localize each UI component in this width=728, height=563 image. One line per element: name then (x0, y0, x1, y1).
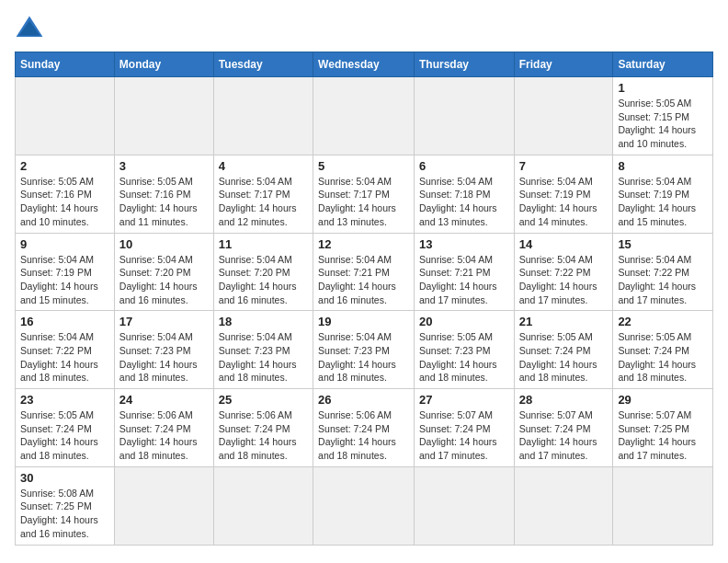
calendar-cell: 6Sunrise: 5:04 AMSunset: 7:18 PMDaylight… (414, 155, 514, 233)
calendar-cell: 5Sunrise: 5:04 AMSunset: 7:17 PMDaylight… (313, 155, 415, 233)
logo-icon (15, 15, 44, 40)
calendar-cell: 9Sunrise: 5:04 AMSunset: 7:19 PMDaylight… (16, 233, 115, 311)
calendar-cell: 7Sunrise: 5:04 AMSunset: 7:19 PMDaylight… (514, 155, 613, 233)
day-number: 19 (318, 315, 409, 328)
calendar-cell: 23Sunrise: 5:05 AMSunset: 7:24 PMDayligh… (16, 389, 115, 467)
calendar-cell: 16Sunrise: 5:04 AMSunset: 7:22 PMDayligh… (16, 311, 115, 389)
day-info: Sunrise: 5:08 AMSunset: 7:25 PMDaylight:… (20, 487, 109, 541)
day-number: 7 (519, 159, 609, 173)
day-info: Sunrise: 5:04 AMSunset: 7:22 PMDaylight:… (20, 330, 109, 385)
calendar-cell: 2Sunrise: 5:05 AMSunset: 7:16 PMDaylight… (16, 155, 115, 233)
calendar-week-row: 30Sunrise: 5:08 AMSunset: 7:25 PMDayligh… (16, 466, 713, 545)
calendar-cell: 27Sunrise: 5:07 AMSunset: 7:24 PMDayligh… (414, 389, 514, 467)
day-info: Sunrise: 5:04 AMSunset: 7:19 PMDaylight:… (618, 175, 708, 229)
day-info: Sunrise: 5:05 AMSunset: 7:24 PMDaylight:… (618, 330, 708, 385)
day-info: Sunrise: 5:05 AMSunset: 7:24 PMDaylight:… (20, 408, 109, 463)
day-number: 3 (119, 159, 209, 173)
page-header (15, 15, 713, 40)
calendar-cell: 18Sunrise: 5:04 AMSunset: 7:23 PMDayligh… (213, 311, 313, 389)
day-number: 24 (119, 393, 209, 407)
calendar-table: SundayMondayTuesdayWednesdayThursdayFrid… (15, 52, 713, 546)
weekday-header: Wednesday (313, 52, 415, 77)
calendar-cell (613, 466, 713, 545)
day-number: 1 (618, 81, 708, 95)
day-info: Sunrise: 5:07 AMSunset: 7:24 PMDaylight:… (519, 408, 609, 463)
day-info: Sunrise: 5:04 AMSunset: 7:17 PMDaylight:… (318, 175, 409, 229)
day-number: 18 (219, 315, 308, 328)
calendar-cell: 24Sunrise: 5:06 AMSunset: 7:24 PMDayligh… (114, 389, 213, 467)
day-info: Sunrise: 5:04 AMSunset: 7:20 PMDaylight:… (119, 253, 209, 307)
day-number: 29 (618, 393, 708, 407)
day-info: Sunrise: 5:05 AMSunset: 7:15 PMDaylight:… (618, 97, 708, 151)
day-info: Sunrise: 5:04 AMSunset: 7:23 PMDaylight:… (318, 330, 409, 385)
day-info: Sunrise: 5:04 AMSunset: 7:18 PMDaylight:… (419, 175, 509, 229)
day-info: Sunrise: 5:05 AMSunset: 7:23 PMDaylight:… (419, 330, 509, 385)
calendar-week-row: 9Sunrise: 5:04 AMSunset: 7:19 PMDaylight… (16, 233, 713, 311)
calendar-cell (114, 466, 213, 545)
calendar-cell: 30Sunrise: 5:08 AMSunset: 7:25 PMDayligh… (16, 466, 115, 545)
calendar-cell: 25Sunrise: 5:06 AMSunset: 7:24 PMDayligh… (213, 389, 313, 467)
calendar-cell (414, 77, 514, 155)
calendar-cell: 4Sunrise: 5:04 AMSunset: 7:17 PMDaylight… (213, 155, 313, 233)
weekday-header: Sunday (16, 52, 115, 77)
day-number: 28 (519, 393, 609, 407)
calendar-cell (414, 466, 514, 545)
calendar-cell: 22Sunrise: 5:05 AMSunset: 7:24 PMDayligh… (613, 311, 713, 389)
calendar-cell: 15Sunrise: 5:04 AMSunset: 7:22 PMDayligh… (613, 233, 713, 311)
calendar-cell: 28Sunrise: 5:07 AMSunset: 7:24 PMDayligh… (514, 389, 613, 467)
day-number: 23 (20, 393, 109, 407)
day-number: 25 (219, 393, 308, 407)
day-info: Sunrise: 5:04 AMSunset: 7:22 PMDaylight:… (519, 253, 609, 307)
calendar-cell: 8Sunrise: 5:04 AMSunset: 7:19 PMDaylight… (613, 155, 713, 233)
day-info: Sunrise: 5:04 AMSunset: 7:19 PMDaylight:… (20, 253, 109, 307)
day-info: Sunrise: 5:06 AMSunset: 7:24 PMDaylight:… (318, 408, 409, 463)
day-number: 21 (519, 315, 609, 328)
calendar-cell: 3Sunrise: 5:05 AMSunset: 7:16 PMDaylight… (114, 155, 213, 233)
day-number: 22 (618, 315, 708, 328)
day-info: Sunrise: 5:05 AMSunset: 7:16 PMDaylight:… (20, 175, 109, 229)
weekday-header: Friday (514, 52, 613, 77)
calendar-week-row: 16Sunrise: 5:04 AMSunset: 7:22 PMDayligh… (16, 311, 713, 389)
day-info: Sunrise: 5:04 AMSunset: 7:20 PMDaylight:… (219, 253, 308, 307)
day-info: Sunrise: 5:04 AMSunset: 7:17 PMDaylight:… (219, 175, 308, 229)
day-number: 6 (419, 159, 509, 173)
day-number: 26 (318, 393, 409, 407)
calendar-cell: 26Sunrise: 5:06 AMSunset: 7:24 PMDayligh… (313, 389, 415, 467)
calendar-cell: 19Sunrise: 5:04 AMSunset: 7:23 PMDayligh… (313, 311, 415, 389)
calendar-week-row: 23Sunrise: 5:05 AMSunset: 7:24 PMDayligh… (16, 389, 713, 467)
calendar-cell (514, 466, 613, 545)
day-number: 30 (20, 471, 109, 485)
day-number: 13 (419, 237, 509, 251)
weekday-header: Monday (114, 52, 213, 77)
calendar-cell (313, 77, 415, 155)
weekday-header: Thursday (414, 52, 514, 77)
day-info: Sunrise: 5:04 AMSunset: 7:21 PMDaylight:… (318, 253, 409, 307)
day-number: 27 (419, 393, 509, 407)
day-info: Sunrise: 5:05 AMSunset: 7:24 PMDaylight:… (519, 330, 609, 385)
day-info: Sunrise: 5:04 AMSunset: 7:22 PMDaylight:… (618, 253, 708, 307)
calendar-week-row: 1Sunrise: 5:05 AMSunset: 7:15 PMDaylight… (16, 77, 713, 155)
calendar-cell: 13Sunrise: 5:04 AMSunset: 7:21 PMDayligh… (414, 233, 514, 311)
day-info: Sunrise: 5:06 AMSunset: 7:24 PMDaylight:… (219, 408, 308, 463)
day-number: 20 (419, 315, 509, 328)
calendar-cell: 20Sunrise: 5:05 AMSunset: 7:23 PMDayligh… (414, 311, 514, 389)
calendar-cell: 17Sunrise: 5:04 AMSunset: 7:23 PMDayligh… (114, 311, 213, 389)
day-info: Sunrise: 5:07 AMSunset: 7:25 PMDaylight:… (618, 408, 708, 463)
day-number: 16 (20, 315, 109, 328)
day-info: Sunrise: 5:04 AMSunset: 7:21 PMDaylight:… (419, 253, 509, 307)
calendar-cell (213, 466, 313, 545)
weekday-header: Saturday (613, 52, 713, 77)
day-info: Sunrise: 5:06 AMSunset: 7:24 PMDaylight:… (119, 408, 209, 463)
day-info: Sunrise: 5:05 AMSunset: 7:16 PMDaylight:… (119, 175, 209, 229)
day-number: 12 (318, 237, 409, 251)
calendar-week-row: 2Sunrise: 5:05 AMSunset: 7:16 PMDaylight… (16, 155, 713, 233)
day-number: 17 (119, 315, 209, 328)
day-number: 5 (318, 159, 409, 173)
calendar-cell: 11Sunrise: 5:04 AMSunset: 7:20 PMDayligh… (213, 233, 313, 311)
day-number: 10 (119, 237, 209, 251)
calendar-cell: 21Sunrise: 5:05 AMSunset: 7:24 PMDayligh… (514, 311, 613, 389)
calendar-cell: 14Sunrise: 5:04 AMSunset: 7:22 PMDayligh… (514, 233, 613, 311)
day-info: Sunrise: 5:04 AMSunset: 7:23 PMDaylight:… (219, 330, 308, 385)
day-number: 2 (20, 159, 109, 173)
day-number: 4 (219, 159, 308, 173)
